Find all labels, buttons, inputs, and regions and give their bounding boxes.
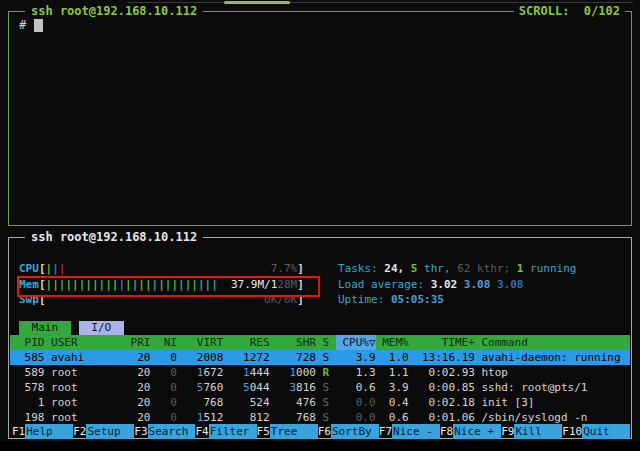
cell-time: 0:02.18 (409, 395, 475, 410)
cell-res: 1272 (223, 350, 269, 365)
bracket-open: [ (39, 262, 46, 276)
cell-cmd: /sbin/syslogd -n (475, 410, 630, 425)
cell-res: 1444 (223, 365, 269, 380)
bracket-close: ] (297, 262, 304, 276)
column-header-virt[interactable]: VIRT (177, 335, 223, 350)
column-header-shr[interactable]: SHR (270, 335, 316, 350)
tab-io[interactable]: I/O (79, 321, 124, 335)
cell-mem: 0.4 (376, 395, 409, 410)
process-row-198[interactable]: 198root2001512812768S0.00.60:01.06/sbin/… (10, 410, 630, 425)
fnkey-F1[interactable]: F1 (12, 424, 25, 439)
process-row-589[interactable]: 589root200167214441000R1.31.10:02.93htop (10, 365, 630, 380)
column-header-pid[interactable]: PID (18, 335, 44, 350)
fnlabel-F5[interactable]: Tree (270, 424, 318, 439)
cell-pri: 20 (124, 350, 150, 365)
cell-shr: 1000 (270, 365, 316, 380)
cell-mem: 0.6 (376, 410, 409, 425)
column-header-cpu[interactable]: CPU%▽ (336, 335, 376, 350)
bracket-close: ] (297, 278, 304, 292)
cell-user: avahi (44, 350, 123, 365)
fnlabel-F3[interactable]: Search (148, 424, 196, 439)
cell-pri: 20 (124, 365, 150, 380)
cell-mem: 1.0 (376, 350, 409, 365)
cell-ni: 0 (150, 350, 176, 365)
meter-bar-tick: | (52, 262, 59, 275)
fnkey-F6[interactable]: F6 (318, 424, 331, 439)
cpu-meter-bar: |||7.7% (46, 262, 298, 276)
cell-virt: 1672 (177, 365, 223, 380)
cell-s: S (316, 395, 336, 410)
tab-main[interactable]: Main (19, 321, 71, 335)
cell-mem: 3.9 (376, 380, 409, 395)
fnlabel-F6[interactable]: SortBy (331, 424, 379, 439)
cell-user: root (44, 410, 123, 425)
cell-pid: 589 (18, 365, 44, 380)
process-row-578[interactable]: 578root200576050443816S0.63.90:00.85sshd… (10, 380, 630, 395)
fnlabel-F8[interactable]: Nice + (453, 424, 501, 439)
video-progress-fill (224, 1, 290, 4)
process-table: PIDUSERPRINIVIRTRESSHRSCPU%▽MEM%TIME+Com… (10, 335, 630, 425)
meter-bar-tick: | (65, 278, 72, 291)
cell-cmd: init [3] (475, 395, 630, 410)
cell-res: 524 (223, 395, 269, 410)
cell-user: root (44, 365, 123, 380)
process-row-1[interactable]: 1root200768524476S0.00.40:02.18init [3] (10, 395, 630, 410)
swp-meter-bar: 0K/0K (46, 293, 298, 307)
cell-pid: 585 (18, 350, 44, 365)
meter-bar-tick: | (105, 278, 112, 291)
fnlabel-F9[interactable]: Kill (514, 424, 562, 439)
pane-htop[interactable]: ssh root@192.168.10.112 CPU[|||7.7%] Mem… (8, 237, 632, 439)
column-header-ni[interactable]: NI (150, 335, 176, 350)
meter-bar-tick: | (85, 278, 92, 291)
column-header-res[interactable]: RES (223, 335, 269, 350)
column-header-mem[interactable]: MEM% (376, 335, 409, 350)
cell-shr: 476 (270, 395, 316, 410)
pane-shell-title: ssh root@192.168.10.112 (25, 4, 203, 18)
cell-s: S (316, 350, 336, 365)
column-header-cmd[interactable]: Command (475, 335, 630, 350)
meter-bar-tick: | (145, 278, 152, 291)
column-header-s[interactable]: S (316, 335, 336, 350)
fnkey-F2[interactable]: F2 (73, 424, 86, 439)
column-header-pri[interactable]: PRI (124, 335, 150, 350)
fnlabel-F1[interactable]: Help (25, 424, 73, 439)
fnkey-F3[interactable]: F3 (134, 424, 147, 439)
column-header-user[interactable]: USER (44, 335, 123, 350)
fnlabel-F10[interactable]: Quit (582, 424, 630, 439)
cell-shr: 3816 (270, 380, 316, 395)
cell-pri: 20 (124, 380, 150, 395)
fnkey-F7[interactable]: F7 (379, 424, 392, 439)
meter-bar-tick: | (191, 278, 198, 291)
terminal-cursor (34, 19, 43, 32)
fnkey-F4[interactable]: F4 (195, 424, 208, 439)
cell-res: 5044 (223, 380, 269, 395)
cell-res: 812 (223, 410, 269, 425)
cell-virt: 768 (177, 395, 223, 410)
fnkey-F9[interactable]: F9 (501, 424, 514, 439)
scroll-indicator: SCROLL: 0/102 (514, 4, 625, 18)
video-frame: ssh root@192.168.10.112 SCROLL: 0/102 # … (0, 0, 640, 451)
shell-prompt[interactable]: # (19, 18, 43, 32)
meter-bar-tick: | (198, 278, 205, 291)
video-progress-track (128, 2, 633, 3)
bracket-close: ] (297, 293, 304, 307)
column-header-time[interactable]: TIME+ (409, 335, 475, 350)
process-row-585[interactable]: 585avahi20020081272728S3.91.013:16.19ava… (10, 350, 630, 365)
cell-pid: 1 (18, 395, 44, 410)
fnkey-F8[interactable]: F8 (440, 424, 453, 439)
fnkey-F10[interactable]: F10 (562, 424, 582, 439)
meter-bar-tick: | (118, 278, 125, 291)
terminal-screen: ssh root@192.168.10.112 SCROLL: 0/102 # … (0, 0, 640, 441)
cell-s: S (316, 380, 336, 395)
fnlabel-F4[interactable]: Filter (209, 424, 257, 439)
pane-shell[interactable]: ssh root@192.168.10.112 SCROLL: 0/102 # (8, 11, 632, 226)
fnlabel-F7[interactable]: Nice - (392, 424, 440, 439)
fnkey-F5[interactable]: F5 (257, 424, 270, 439)
fnlabel-F2[interactable]: Setup (86, 424, 134, 439)
process-rows: 585avahi20020081272728S3.91.013:16.19ava… (10, 350, 630, 425)
cell-pri: 20 (124, 395, 150, 410)
cell-time: 0:00.85 (409, 380, 475, 395)
cell-s: R (316, 365, 336, 380)
cell-cmd: avahi-daemon: running (475, 350, 630, 365)
meter-bar-tick: | (138, 278, 145, 291)
